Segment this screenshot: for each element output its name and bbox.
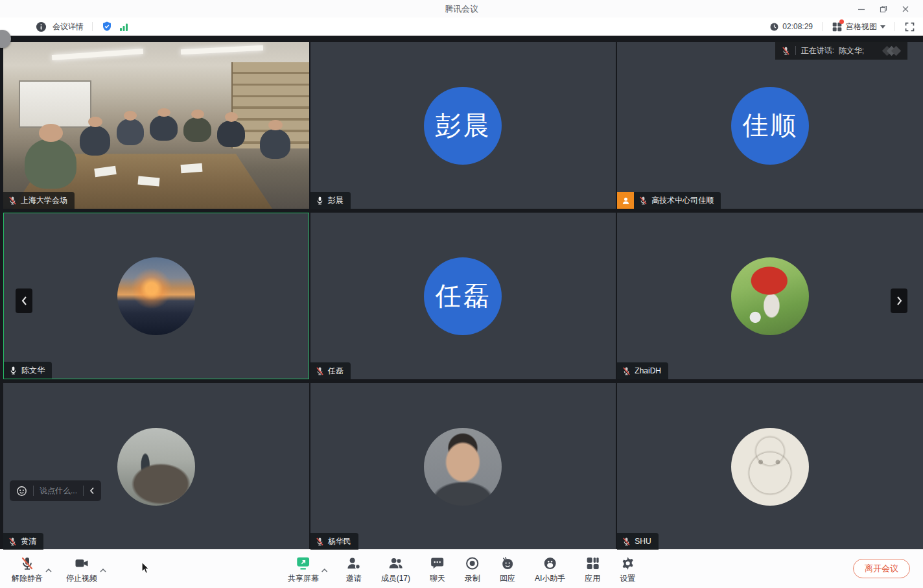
- reaction-smiley-icon: [500, 554, 515, 571]
- room-decor: [25, 139, 76, 189]
- name-tag: ZhaiDH: [617, 362, 668, 379]
- tencent-meeting-window: 腾讯会议 会议详情: [0, 0, 923, 588]
- quick-chat-bar[interactable]: 说点什么...: [10, 480, 101, 501]
- emoji-icon[interactable]: [16, 486, 27, 497]
- name-tag: 陈文华: [4, 362, 52, 379]
- participant-avatar: [731, 428, 809, 506]
- mic-muted-icon: [19, 554, 35, 571]
- mic-muted-icon: [622, 537, 631, 547]
- notification-dot: [839, 19, 844, 24]
- next-page-arrow[interactable]: [891, 288, 907, 313]
- host-badge-icon: [617, 192, 634, 209]
- fullscreen-button[interactable]: [904, 21, 915, 32]
- maximize-button[interactable]: [872, 0, 894, 18]
- share-screen-icon: [295, 554, 312, 571]
- video-options-caret[interactable]: [100, 563, 106, 575]
- share-options-caret[interactable]: [321, 563, 328, 575]
- window-controls: [850, 0, 917, 18]
- title-bar: 腾讯会议: [0, 0, 923, 18]
- reactions-button[interactable]: 回应: [500, 554, 515, 584]
- minimize-button[interactable]: [850, 0, 872, 18]
- room-video-feed: [3, 42, 309, 209]
- mic-muted-icon: [316, 537, 324, 547]
- banner-decor: [886, 47, 900, 54]
- participant-name: 黄清: [21, 536, 36, 547]
- apps-button[interactable]: 应用: [585, 554, 600, 584]
- mic-muted-icon: [8, 196, 17, 206]
- chat-button[interactable]: 聊天: [430, 554, 445, 584]
- view-mode-selector[interactable]: 宫格视图: [832, 21, 885, 32]
- name-tag: SHU: [617, 533, 658, 550]
- apps-grid-icon: [585, 554, 600, 571]
- network-signal-icon[interactable]: [119, 22, 129, 32]
- members-icon: [388, 554, 403, 571]
- participant-cell-SHU[interactable]: SHU: [617, 383, 923, 550]
- name-tag: 彭晨: [310, 192, 351, 209]
- security-shield-icon[interactable]: [101, 21, 113, 32]
- prev-page-arrow[interactable]: [16, 288, 32, 313]
- unmute-button[interactable]: 解除静音: [12, 554, 43, 584]
- mic-muted-icon: [622, 366, 631, 376]
- chevron-down-icon: [880, 25, 885, 29]
- participant-cell-高技术中心司佳顺[interactable]: 佳顺 高技术中心司佳顺: [617, 42, 923, 209]
- participant-name: 上海大学会场: [21, 195, 67, 206]
- participant-cell-陈文华[interactable]: 陈文华: [3, 213, 309, 379]
- room-decor: [260, 129, 290, 159]
- participant-avatar: 任磊: [424, 257, 502, 335]
- participant-cell-任磊[interactable]: 任磊 任磊: [310, 213, 616, 379]
- participant-name: ZhaiDH: [635, 366, 661, 375]
- participant-name: 陈文华: [21, 365, 45, 376]
- participant-cell-杨华民[interactable]: 杨华民: [310, 383, 616, 550]
- mic-muted-icon: [316, 366, 324, 376]
- invite-icon: [346, 554, 362, 571]
- invite-button[interactable]: 邀请: [346, 554, 362, 584]
- participant-cell-黄清[interactable]: 说点什么... 黄清: [3, 383, 309, 550]
- name-tag: 高技术中心司佳顺: [617, 192, 721, 209]
- meeting-details-link[interactable]: 会议详情: [53, 21, 84, 32]
- room-decor: [117, 119, 144, 145]
- record-icon: [465, 554, 480, 571]
- record-button[interactable]: 录制: [465, 554, 480, 584]
- participant-name: 杨华民: [328, 536, 351, 547]
- room-decor: [180, 163, 202, 172]
- mic-on-icon: [9, 366, 18, 375]
- participant-avatar: 佳顺: [731, 87, 809, 165]
- participant-name: 任磊: [328, 366, 344, 377]
- video-grid: 上海大学会场 彭晨 彭晨 佳顺: [3, 42, 923, 550]
- settings-button[interactable]: 设置: [620, 554, 635, 584]
- gear-icon: [620, 554, 635, 571]
- participant-avatar: [424, 428, 502, 506]
- stop-video-button[interactable]: 停止视频: [66, 554, 97, 584]
- name-tag: 任磊: [310, 362, 351, 379]
- collapse-chat-icon[interactable]: [89, 487, 95, 495]
- clock-icon: [769, 22, 779, 32]
- participant-avatar: [731, 257, 809, 335]
- info-icon[interactable]: [36, 21, 47, 32]
- mic-muted-icon: [8, 537, 17, 547]
- participant-avatar: [117, 257, 195, 335]
- members-button[interactable]: 成员(17): [381, 554, 410, 584]
- mic-options-caret[interactable]: [45, 563, 52, 575]
- room-decor: [80, 126, 110, 156]
- participant-avatar: 彭晨: [424, 87, 502, 165]
- ai-assistant-button[interactable]: AI小助手: [535, 554, 565, 584]
- ai-assistant-icon: [543, 554, 558, 571]
- room-decor: [183, 117, 211, 143]
- quick-chat-input[interactable]: 说点什么...: [40, 486, 77, 497]
- participant-cell-ZhaiDH[interactable]: ZhaiDH: [617, 213, 923, 379]
- participant-avatar: [117, 428, 195, 506]
- participant-cell-彭晨[interactable]: 彭晨 彭晨: [310, 42, 616, 209]
- room-decor: [52, 49, 144, 60]
- chat-bubble-icon: [430, 554, 445, 571]
- share-screen-button[interactable]: 共享屏幕: [288, 554, 319, 584]
- participant-name: SHU: [635, 537, 651, 546]
- name-tag: 黄清: [3, 533, 43, 550]
- mic-muted-icon: [639, 196, 648, 206]
- room-decor: [150, 115, 177, 141]
- meeting-toolbar: 会议详情 02:08:29 宫格视图: [0, 18, 923, 36]
- participant-cell-上海大学会场[interactable]: 上海大学会场: [3, 42, 309, 209]
- close-button[interactable]: [894, 0, 917, 18]
- leave-meeting-button[interactable]: 离开会议: [853, 559, 910, 578]
- room-decor: [19, 80, 91, 128]
- meeting-timer: 02:08:29: [769, 22, 813, 32]
